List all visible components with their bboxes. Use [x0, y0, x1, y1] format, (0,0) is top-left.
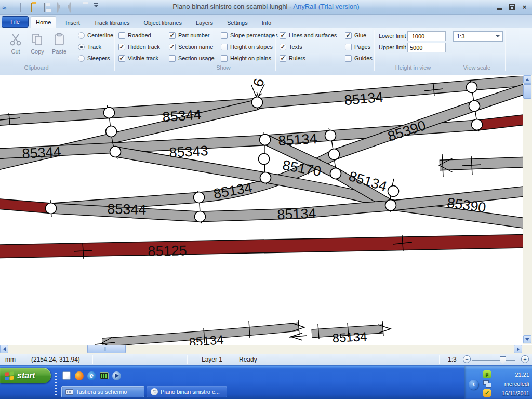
checkbox-hidden-track[interactable]: ✓Hidden track: [118, 43, 160, 51]
internet-explorer-icon[interactable]: e: [86, 370, 97, 381]
tab-home[interactable]: Home: [31, 16, 56, 28]
quicklaunch-app-icon[interactable]: [61, 370, 72, 381]
checkbox-slope-percentages[interactable]: Slope percentages: [221, 31, 278, 39]
radio-control[interactable]: [78, 55, 85, 62]
dropdown-arrow-icon[interactable]: [494, 33, 501, 40]
tab-layers[interactable]: Layers: [191, 17, 218, 28]
zoom-slider-center-tick: [493, 357, 493, 363]
part-number-label: 6: [250, 77, 268, 88]
check-control[interactable]: ✓: [280, 55, 286, 62]
scroll-down-button[interactable]: [523, 335, 531, 343]
checkbox-guides[interactable]: Guides: [345, 54, 373, 62]
toolbar-grip[interactable]: [55, 370, 57, 395]
track-segment[interactable]: [440, 162, 523, 165]
scroll-right-button[interactable]: [514, 345, 522, 353]
check-control[interactable]: [345, 55, 352, 62]
onscreen-keyboard-icon[interactable]: [99, 370, 109, 381]
group-separator: [73, 30, 73, 71]
part-number-label: 85134: [332, 329, 367, 345]
check-control[interactable]: ✓: [280, 32, 286, 39]
close-button[interactable]: ×: [520, 3, 529, 11]
check-control[interactable]: ✓: [169, 44, 176, 50]
lower-limit-label: Lower limit: [379, 33, 406, 39]
tab-settings[interactable]: Settings: [222, 17, 252, 28]
paste-button[interactable]: Paste: [49, 31, 70, 63]
tab-object-libraries[interactable]: Object libraries: [139, 17, 187, 28]
view-scale-dropdown[interactable]: 1:3: [453, 31, 503, 42]
vertical-scroll-thumb[interactable]: [523, 84, 531, 99]
radio-centerline[interactable]: Centerline: [78, 31, 113, 39]
checkbox-pages[interactable]: Pages: [345, 43, 370, 51]
check-control[interactable]: [221, 55, 228, 62]
system-tray: ‹ µ ✓ 21.21 mercoledì 16/11/2011: [464, 366, 532, 399]
vertical-scrollbar[interactable]: [523, 75, 532, 344]
task-button-onscreen-keyboard[interactable]: Tastiera su schermo: [61, 386, 144, 397]
tray-collapse-button[interactable]: ‹: [469, 380, 478, 390]
check-control[interactable]: ✓: [345, 32, 352, 39]
option-label: Guides: [354, 55, 373, 61]
checkbox-lines-and-surfaces[interactable]: ✓Lines and surfaces: [280, 31, 337, 39]
check-control[interactable]: [169, 55, 176, 62]
firefox-icon[interactable]: [74, 370, 84, 381]
media-player-icon[interactable]: [111, 370, 122, 381]
cut-button[interactable]: Cut: [5, 31, 26, 63]
checkbox-visible-track[interactable]: ✓Visible track: [118, 54, 158, 62]
zoom-out-button[interactable]: −: [463, 355, 471, 363]
radio-sleepers[interactable]: Sleepers: [78, 54, 110, 62]
tab-insert[interactable]: Insert: [61, 17, 85, 28]
scroll-up-button[interactable]: [523, 75, 531, 84]
check-control[interactable]: ✓: [169, 32, 176, 39]
zoom-in-button[interactable]: +: [521, 355, 529, 363]
check-control[interactable]: ✓: [118, 55, 125, 62]
checkbox-rulers[interactable]: ✓Rulers: [280, 54, 305, 62]
checkbox-height-on-plains[interactable]: Height on plains: [221, 54, 271, 62]
track-plan-svg[interactable]: 8534485134685344853438513485390851708513…: [0, 76, 523, 345]
checkbox-section-name[interactable]: ✓Section name: [169, 43, 213, 51]
checkbox-roadbed[interactable]: Roadbed: [118, 31, 151, 39]
radio-control[interactable]: [78, 32, 85, 39]
check-control[interactable]: [221, 44, 228, 50]
network-tray-icon[interactable]: [483, 380, 491, 388]
restore-button[interactable]: [508, 3, 516, 11]
radio-control[interactable]: [78, 44, 85, 50]
anyrail-icon: ≈: [151, 388, 158, 395]
tray-day: mercoledì: [492, 379, 529, 389]
check-control[interactable]: [118, 32, 125, 39]
cursor-coordinates: (2154.24, 311.94): [31, 356, 80, 363]
option-label: Track: [87, 44, 101, 50]
horizontal-scroll-thumb[interactable]: [87, 345, 126, 353]
antivirus-tray-icon[interactable]: ✓: [483, 389, 491, 397]
minimize-button[interactable]: [495, 3, 504, 11]
tab-track-libraries[interactable]: Track libraries: [89, 17, 135, 28]
tab-file[interactable]: File: [2, 16, 29, 28]
tab-info[interactable]: Info: [257, 17, 276, 28]
tray-time: 21.21: [492, 370, 529, 379]
check-control[interactable]: [345, 44, 352, 50]
utorrent-tray-icon[interactable]: µ: [483, 370, 491, 378]
radio-track[interactable]: Track: [78, 43, 101, 51]
checkbox-section-usage[interactable]: Section usage: [169, 54, 215, 62]
track-plan-canvas[interactable]: 8534485134685344853438513485390851708513…: [0, 75, 532, 354]
start-button[interactable]: start: [0, 368, 51, 383]
horizontal-scrollbar[interactable]: [0, 345, 523, 354]
check-control[interactable]: ✓: [118, 44, 125, 50]
zoom-slider-track[interactable]: [472, 360, 515, 361]
scroll-left-button[interactable]: [0, 345, 8, 353]
checkbox-part-number[interactable]: ✓Part number: [169, 31, 210, 39]
check-control[interactable]: ✓: [280, 44, 286, 50]
option-label: Section name: [178, 44, 213, 50]
upper-limit-input[interactable]: [407, 43, 446, 52]
check-control[interactable]: [221, 32, 228, 39]
zoom-slider-thumb[interactable]: [500, 356, 506, 364]
lower-limit-input[interactable]: [407, 31, 446, 41]
track-segment-red[interactable]: [0, 241, 523, 251]
checkbox-height-on-slopes[interactable]: Height on slopes: [221, 43, 273, 51]
task-button-anyrail[interactable]: ≈ Piano binari sinistro c...: [147, 386, 227, 397]
group-separator: [505, 30, 506, 71]
upper-limit-label: Upper limit: [379, 44, 406, 50]
copy-button[interactable]: Copy: [27, 31, 48, 63]
scrollbar-corner: [523, 345, 532, 354]
clock[interactable]: 21.21 mercoledì 16/11/2011: [492, 370, 529, 398]
checkbox-texts[interactable]: ✓Texts: [280, 43, 302, 51]
checkbox-glue[interactable]: ✓Glue: [345, 31, 366, 39]
